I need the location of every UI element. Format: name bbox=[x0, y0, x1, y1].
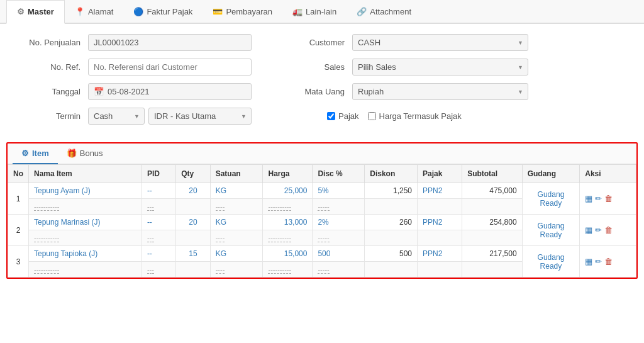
col-subtotal: Subtotal bbox=[462, 165, 523, 183]
table-row: 3 Tepung Tapioka (J) -- 15 KG 15,000 500… bbox=[8, 246, 636, 262]
col-pajak: Pajak bbox=[418, 165, 462, 183]
row1-nama-item: Tepung Ayam (J) bbox=[29, 183, 142, 199]
row2-no: 2 bbox=[8, 215, 29, 246]
col-harga: Harga bbox=[263, 165, 313, 183]
row3-pajak-empty bbox=[418, 262, 462, 278]
row3-pajak: PPN2 bbox=[418, 246, 462, 262]
pajak-section: Pajak Harga Termasuk Pajak bbox=[289, 111, 631, 121]
row1-delete-icon[interactable]: 🗑 bbox=[604, 194, 613, 203]
customer-select[interactable]: CASH bbox=[352, 34, 528, 51]
attachment-icon: 🔗 bbox=[357, 7, 367, 16]
row2-pajak: PPN2 bbox=[418, 215, 462, 230]
form-row-3: Tanggal 📅 05-08-2021 Mata Uang Rupiah bbox=[13, 83, 631, 100]
form-row-2: No. Ref. Sales Pilih Sales bbox=[13, 59, 631, 76]
row1-diskon: 1,250 bbox=[365, 183, 418, 199]
tanggal-label: Tanggal bbox=[13, 87, 88, 96]
tanggal-date-display[interactable]: 📅 05-08-2021 bbox=[88, 83, 252, 100]
row3-pid-bottom: --- bbox=[142, 262, 175, 278]
row1-disc-top: 5% bbox=[313, 183, 365, 199]
row2-diskon: 260 bbox=[365, 215, 418, 230]
row1-subtotal-empty bbox=[462, 199, 523, 215]
row3-nama-dashed: ----------- bbox=[29, 262, 142, 278]
mata-uang-field: Rupiah bbox=[352, 83, 528, 100]
row3-subtotal: 217,500 bbox=[462, 246, 523, 262]
termin-cash-select[interactable]: Cash bbox=[88, 108, 145, 125]
termin-cash-wrapper: Cash bbox=[88, 108, 145, 125]
pajak-checkbox[interactable] bbox=[327, 112, 335, 120]
col-no: No bbox=[8, 165, 29, 183]
no-ref-label: No. Ref. bbox=[13, 62, 88, 72]
row3-no: 3 bbox=[8, 246, 29, 278]
no-ref-input[interactable] bbox=[88, 59, 252, 76]
tab-pembayaran[interactable]: 💳 Pembayaran bbox=[203, 0, 282, 24]
pajak-checkbox-label: Pajak bbox=[338, 111, 359, 121]
row3-harga-top: 15,000 bbox=[263, 246, 313, 262]
no-penjualan-label: No. Penjualan bbox=[13, 38, 88, 47]
row1-nama-dashed: ----------- bbox=[29, 199, 142, 215]
row1-action-icons: ▦ ✏ 🗑 bbox=[585, 194, 631, 203]
row2-harga-bottom: ---------- bbox=[263, 230, 313, 246]
inner-tab-item[interactable]: ⚙ Item bbox=[13, 143, 58, 164]
tab-lain-lain[interactable]: 🚛 Lain-lain bbox=[282, 0, 347, 24]
master-icon: ⚙ bbox=[17, 7, 25, 16]
row2-disc-top: 2% bbox=[313, 215, 365, 230]
col-diskon: Diskon bbox=[365, 165, 418, 183]
form-section: No. Penjualan Customer CASH No. Ref. Sal… bbox=[0, 24, 644, 142]
tab-attachment[interactable]: 🔗 Attachment bbox=[347, 0, 421, 24]
harga-termasuk-checkbox-item: Harga Termasuk Pajak bbox=[368, 111, 462, 121]
row3-nama-item: Tepung Tapioka (J) bbox=[29, 246, 142, 262]
no-penjualan-input[interactable] bbox=[88, 34, 252, 51]
mata-uang-section: Mata Uang Rupiah bbox=[289, 83, 631, 100]
row2-edit-icon[interactable]: ✏ bbox=[595, 225, 602, 235]
table-header-row: No Nama Item PID Qty Satuan Harga Disc %… bbox=[8, 165, 636, 183]
termin-bank-select[interactable]: IDR - Kas Utama bbox=[148, 108, 252, 125]
row2-harga-top: 13,000 bbox=[263, 215, 313, 230]
sales-select[interactable]: Pilih Sales bbox=[352, 59, 528, 76]
row2-detail-icon[interactable]: ▦ bbox=[585, 225, 592, 235]
no-ref-field bbox=[88, 59, 252, 76]
row1-edit-icon[interactable]: ✏ bbox=[595, 194, 602, 203]
row3-detail-icon[interactable]: ▦ bbox=[585, 257, 592, 266]
table-row: 1 Tepung Ayam (J) -- 20 KG 25,000 5% 1,2… bbox=[8, 183, 636, 199]
row3-aksi: ▦ ✏ 🗑 bbox=[580, 246, 636, 278]
row3-item-link[interactable]: Tepung Tapioka (J) bbox=[34, 249, 97, 258]
row3-qty: 15 bbox=[176, 246, 210, 262]
row3-edit-icon[interactable]: ✏ bbox=[595, 257, 602, 266]
bonus-icon: 🎁 bbox=[67, 149, 77, 158]
customer-section: Customer CASH bbox=[289, 34, 631, 51]
item-icon: ⚙ bbox=[21, 149, 29, 158]
row1-qty-empty bbox=[176, 199, 210, 215]
termin-row: Cash IDR - Kas Utama bbox=[88, 108, 252, 125]
row1-pid-bottom: --- bbox=[142, 199, 175, 215]
alamat-icon: 📍 bbox=[75, 7, 85, 16]
col-pid: PID bbox=[142, 165, 175, 183]
col-qty: Qty bbox=[176, 165, 210, 183]
row3-pid-top: -- bbox=[142, 246, 175, 262]
row3-diskon-empty bbox=[365, 262, 418, 278]
row1-disc-bottom: ----- bbox=[313, 199, 365, 215]
row3-satuan-top: KG bbox=[210, 246, 263, 262]
row2-disc-bottom: ----- bbox=[313, 230, 365, 246]
inner-tab-bonus[interactable]: 🎁 Bonus bbox=[58, 143, 112, 164]
termin-label: Termin bbox=[13, 111, 88, 121]
harga-termasuk-checkbox[interactable] bbox=[368, 112, 376, 120]
tab-faktur-pajak[interactable]: 🔵 Faktur Pajak bbox=[123, 0, 203, 24]
tab-master[interactable]: ⚙ Master bbox=[6, 0, 65, 24]
row2-diskon-empty bbox=[365, 230, 418, 246]
row2-delete-icon[interactable]: 🗑 bbox=[604, 225, 613, 235]
col-disc: Disc % bbox=[313, 165, 365, 183]
row1-satuan-top: KG bbox=[210, 183, 263, 199]
mata-uang-select[interactable]: Rupiah bbox=[352, 83, 528, 100]
row2-gudang: GudangReady bbox=[522, 215, 580, 246]
row3-delete-icon[interactable]: 🗑 bbox=[604, 257, 613, 266]
row1-detail-icon[interactable]: ▦ bbox=[585, 194, 592, 203]
row3-satuan-bottom: ---- bbox=[210, 262, 263, 278]
row2-item-link[interactable]: Tepung Marinasi (J) bbox=[34, 218, 100, 227]
row1-subtotal: 475,000 bbox=[462, 183, 523, 199]
row2-pid-bottom: --- bbox=[142, 230, 175, 246]
tab-alamat[interactable]: 📍 Alamat bbox=[65, 0, 123, 24]
row1-pid-top: -- bbox=[142, 183, 175, 199]
lainlain-icon: 🚛 bbox=[292, 7, 303, 16]
row1-item-link[interactable]: Tepung Ayam (J) bbox=[34, 186, 91, 195]
no-penjualan-field bbox=[88, 34, 252, 51]
